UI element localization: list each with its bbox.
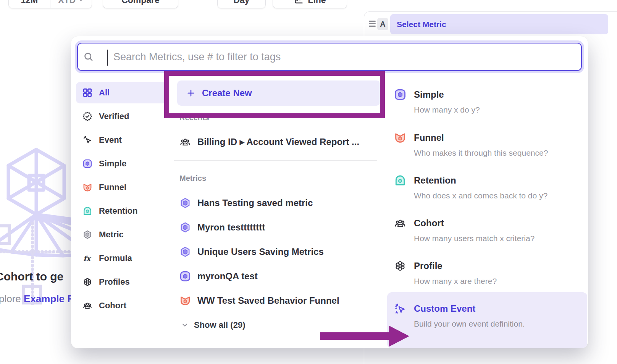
sidebar-label: Metric (99, 230, 124, 240)
metric-search-input[interactable] (112, 51, 581, 63)
sidebar-label: Cohort (99, 301, 126, 311)
formula-fx-icon (82, 253, 92, 263)
sidebar-item-event[interactable]: Event (76, 129, 167, 151)
simple-metric-icon (179, 271, 191, 282)
type-profile-desc: How many x are there? (414, 277, 497, 286)
cohort-people-icon (394, 217, 406, 229)
sidebar-label: Verified (99, 111, 129, 121)
funnel-icon (179, 295, 191, 306)
funnel-icon (82, 182, 92, 192)
series-a-badge: A (377, 18, 388, 30)
funnel-icon (394, 132, 406, 144)
sidebar-label: Retention (99, 206, 137, 216)
metrics-section-title: Metrics (179, 174, 206, 183)
verified-badge-icon (82, 111, 92, 121)
metric-item-label: Myron testttttttt (197, 222, 265, 233)
metric-list-item[interactable]: WW Test Saved Behavior Funnel (179, 291, 339, 310)
sidebar-item-funnel[interactable]: Funnel (76, 177, 167, 198)
metric-list-item[interactable]: Unique Users Saving Metrics (179, 242, 324, 261)
type-retention-title[interactable]: Retention (414, 175, 456, 186)
sidebar-label: Formula (99, 253, 132, 263)
simple-metric-icon (394, 89, 406, 101)
hexagon-metric-icon (82, 230, 92, 240)
metric-item-label: WW Test Saved Behavior Funnel (197, 295, 339, 306)
type-profile-title[interactable]: Profile (414, 261, 443, 271)
annotation-arrow (317, 322, 412, 351)
metric-search-box[interactable] (77, 43, 582, 71)
grid-icon (82, 88, 92, 98)
sidebar-label: Event (99, 135, 122, 145)
range-12m-button[interactable]: 12M (9, 0, 50, 8)
type-retention-desc: Who does x and comes back to do y? (414, 191, 548, 200)
type-funnel-desc: Who makes it through this sequence? (414, 148, 548, 158)
mixpanel-report-screen: Cohort to ge xplore Example R 12M XTD Co… (0, 0, 617, 364)
type-simple-desc: How many x do y? (414, 105, 480, 114)
metric-item-label: myronQA test (197, 271, 258, 282)
custom-event-icon (394, 303, 406, 315)
sidebar-item-formula[interactable]: Formula (76, 248, 167, 269)
recent-item[interactable]: Billing ID ▸ Account Viewed Report ... (179, 132, 359, 151)
metric-list-item[interactable]: Hans Testing saved metric (179, 193, 313, 213)
search-icon (83, 52, 94, 62)
example-link[interactable]: Example R (24, 293, 74, 304)
show-all-label: Show all (29) (194, 320, 245, 330)
compare-label: Compare (121, 0, 160, 5)
day-label: Day (233, 0, 249, 5)
retention-icon (82, 206, 92, 216)
sidebar-divider (82, 334, 160, 334)
drag-handle-icon[interactable] (369, 21, 376, 27)
metric-list-item[interactable]: myronQA test (179, 267, 258, 286)
background-subline: xplore Example R (0, 293, 74, 305)
type-simple-title[interactable]: Simple (414, 89, 444, 100)
line-label: Line (308, 0, 326, 5)
sidebar-label: T (98, 347, 103, 348)
sidebar-item-verified[interactable]: Verified (76, 106, 167, 127)
saved-metric-hexagon-icon (179, 197, 191, 209)
metric-item-label: Unique Users Saving Metrics (197, 246, 324, 257)
tag-icon (82, 348, 92, 348)
range-xtd-label: XTD (58, 0, 76, 5)
sidebar-item-cohort[interactable]: Cohort (76, 295, 167, 316)
retention-icon (394, 174, 406, 187)
compare-button[interactable]: Compare (103, 0, 178, 8)
show-all-toggle[interactable]: Show all (29) (181, 319, 245, 332)
metric-list-item[interactable]: Myron testttttttt (179, 218, 265, 237)
sidebar-item-simple[interactable]: Simple (76, 153, 167, 174)
sidebar-label: Profiles (99, 277, 130, 287)
sidebar-item-retention[interactable]: Retention (76, 200, 167, 222)
sidebar-label: Simple (99, 159, 126, 169)
type-custom-event-desc: Build your own event definition. (414, 319, 525, 329)
simple-metric-icon (82, 159, 92, 169)
sidebar-item-all[interactable]: All (76, 82, 167, 103)
chevron-down-icon (181, 321, 189, 329)
sidebar-item-partial[interactable]: T (76, 341, 167, 348)
date-range-segmented-control: 12M XTD (8, 0, 92, 8)
type-cohort-title[interactable]: Cohort (414, 218, 444, 229)
chevron-down-icon (78, 0, 84, 3)
type-funnel-title[interactable]: Funnel (414, 132, 444, 143)
metric-item-label: Hans Testing saved metric (197, 198, 313, 208)
select-metric-label: Select Metric (397, 20, 446, 29)
sidebar-label: Funnel (99, 182, 126, 192)
profiles-flower-icon (394, 260, 406, 272)
sidebar-item-profiles[interactable]: Profiles (76, 271, 167, 293)
background-subline-text: xplore (0, 293, 24, 304)
event-cursor-icon (82, 135, 92, 145)
saved-metric-hexagon-icon (179, 222, 191, 233)
sidebar-label: All (99, 88, 110, 98)
cohort-people-icon (82, 301, 92, 311)
chart-type-line-button[interactable]: Line (273, 0, 347, 8)
background-headline-fragment: Cohort to ge (0, 270, 63, 283)
section-divider (174, 160, 377, 161)
line-chart-icon (294, 0, 304, 5)
type-custom-event-title[interactable]: Custom Event (414, 303, 475, 314)
range-12m-label: 12M (21, 0, 38, 5)
text-cursor (107, 50, 108, 66)
saved-metric-hexagon-icon (179, 246, 191, 258)
type-cohort-desc: How many users match x criteria? (414, 234, 535, 243)
recent-item-label: Billing ID ▸ Account Viewed Report ... (197, 137, 359, 147)
granularity-day-button[interactable]: Day (217, 0, 266, 8)
sidebar-item-metric[interactable]: Metric (76, 224, 167, 245)
range-xtd-button[interactable]: XTD (50, 0, 92, 8)
select-metric-slot[interactable]: Select Metric (390, 14, 608, 34)
